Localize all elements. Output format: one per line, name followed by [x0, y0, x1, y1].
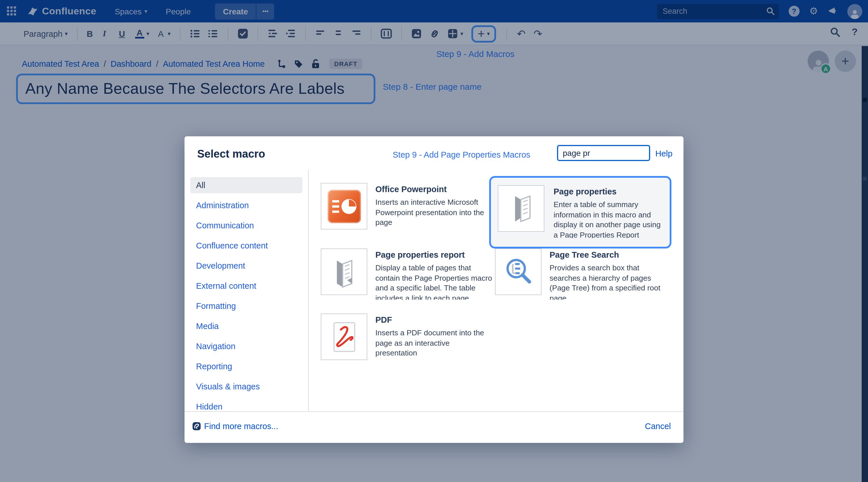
page-tree-search-icon — [495, 248, 541, 295]
office-powerpoint-icon — [321, 183, 367, 230]
category-media[interactable]: Media — [190, 318, 302, 334]
macro-description: Inserts an interactive Microsoft Powerpo… — [375, 197, 493, 228]
category-visuals-images[interactable]: Visuals & images — [190, 379, 302, 395]
macro-pdf[interactable]: PDF Inserts a PDF document into the page… — [321, 313, 496, 360]
macro-title: Page properties report — [375, 250, 493, 260]
macro-description: Provides a search box that searches a hi… — [550, 263, 668, 300]
page-properties-report-icon — [321, 248, 367, 295]
dialog-body: All Administration Communication Conflue… — [185, 170, 683, 411]
macro-title: Page Tree Search — [550, 250, 668, 260]
category-confluence-content[interactable]: Confluence content — [190, 238, 302, 254]
pdf-icon — [321, 313, 367, 360]
macro-description: Inserts a PDF document into the page as … — [375, 328, 493, 358]
dialog-header: Select macro Step 9 - Add Page Propertie… — [185, 136, 683, 170]
macro-page-tree-search[interactable]: Page Tree Search Provides a search box t… — [495, 248, 670, 300]
category-external-content[interactable]: External content — [190, 278, 302, 294]
category-formatting[interactable]: Formatting — [190, 298, 302, 314]
category-development[interactable]: Development — [190, 258, 302, 274]
macro-categories: All Administration Communication Conflue… — [185, 170, 309, 411]
select-macro-dialog: Select macro Step 9 - Add Page Propertie… — [185, 136, 683, 443]
dialog-footer: Find more macros... Cancel — [185, 411, 683, 443]
dialog-title: Select macro — [197, 148, 265, 160]
macro-page-properties-selected[interactable]: Page properties Enter a table of summary… — [489, 176, 672, 248]
category-navigation[interactable]: Navigation — [190, 338, 302, 354]
macro-title: Office Powerpoint — [375, 185, 493, 194]
category-administration[interactable]: Administration — [190, 197, 302, 213]
find-more-label: Find more macros... — [204, 422, 278, 431]
macro-page-properties-report[interactable]: Page properties report Display a table o… — [321, 248, 496, 300]
macro-description: Display a table of pages that contain th… — [375, 263, 493, 300]
marketplace-icon — [192, 422, 201, 431]
find-more-macros-link[interactable]: Find more macros... — [192, 422, 278, 431]
confluence-app: Confluence Spaces▾ People Create ••• ? — [0, 0, 868, 482]
annotation-step9-dialog: Step 9 - Add Page Properties Macros — [393, 150, 530, 159]
category-communication[interactable]: Communication — [190, 217, 302, 234]
macro-title: Page properties — [554, 187, 663, 196]
macro-description: Enter a table of summary information in … — [554, 200, 663, 238]
page-properties-icon — [498, 185, 545, 232]
macro-help-link[interactable]: Help — [655, 149, 673, 158]
category-reporting[interactable]: Reporting — [190, 358, 302, 374]
macro-office-powerpoint[interactable]: Office Powerpoint Inserts an interactive… — [321, 183, 496, 230]
category-all[interactable]: All — [190, 177, 302, 193]
macro-title: PDF — [375, 315, 493, 324]
cancel-button[interactable]: Cancel — [645, 422, 671, 431]
macro-search-input[interactable] — [557, 145, 650, 161]
